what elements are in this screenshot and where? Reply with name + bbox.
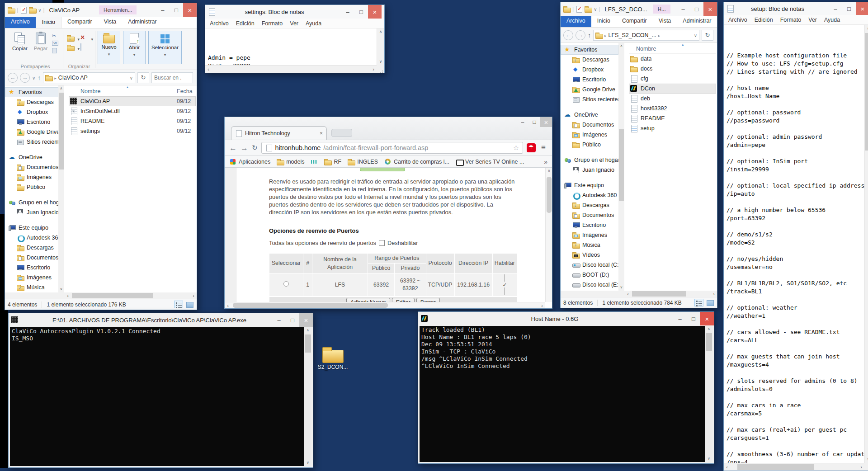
bookmark-item[interactable]: INGLES (348, 158, 378, 165)
sidebar-item[interactable]: Disco local (C:) (561, 260, 618, 270)
file-row[interactable]: README (629, 113, 716, 123)
scroll-right-icon[interactable] (190, 292, 197, 299)
menu-item[interactable]: Edición (236, 20, 255, 27)
copy-button[interactable]: Copiar (9, 31, 30, 53)
browser-tab[interactable]: Hitron Technology (231, 126, 327, 140)
address-box[interactable]: LFS_S2_DCON_... (593, 30, 699, 41)
bookmark-item[interactable]: Ver Series TV Online ... (456, 158, 524, 165)
sidebar-item[interactable]: Escritorio (5, 117, 58, 127)
minimize-button[interactable] (156, 3, 170, 17)
sidebar-item[interactable]: Autodesk 360 (5, 233, 58, 243)
horizontal-scrollbar[interactable] (724, 463, 864, 471)
sidebar-item[interactable]: Documentos (5, 253, 58, 263)
properties-icon[interactable] (20, 6, 27, 14)
scrollbar-thumb[interactable] (632, 291, 686, 297)
column-nombre[interactable]: Nombre (69, 88, 100, 94)
delete-button[interactable] (80, 34, 90, 41)
copy-path-icon[interactable]: W (52, 41, 58, 46)
scroll-left-icon[interactable] (225, 302, 231, 308)
sidebar-item[interactable]: Documentos (561, 120, 618, 130)
menu-item[interactable]: Archivo (210, 20, 229, 27)
sidebar-item[interactable]: Juan Ignacio (5, 207, 58, 217)
sidebar-item[interactable]: Google Drive (561, 85, 618, 94)
sidebar-scrollbar[interactable] (618, 43, 624, 291)
menu-item[interactable]: Ver (290, 20, 298, 27)
page-vertical-scrollbar[interactable] (545, 168, 552, 302)
back-button[interactable] (229, 144, 237, 152)
file-row[interactable]: DCon (629, 84, 716, 94)
scrollbar-thumb[interactable] (737, 464, 814, 470)
sidebar-item[interactable]: Favoritos (561, 45, 618, 55)
minimize-button[interactable] (676, 2, 690, 16)
vertical-scrollbar[interactable] (864, 25, 868, 463)
paste-button[interactable]: Pegar (30, 31, 51, 53)
scrollbar-thumb[interactable] (547, 177, 552, 213)
scroll-right-icon[interactable] (539, 302, 545, 308)
scroll-up-icon[interactable] (618, 43, 624, 49)
sidebar-item[interactable]: Dropbox (561, 65, 618, 75)
scroll-right-icon[interactable] (711, 291, 717, 297)
sidebar-item[interactable]: BOOT (D:) (561, 270, 618, 280)
scroll-down-icon[interactable] (865, 456, 868, 463)
sidebar-item[interactable]: Público (5, 182, 58, 192)
maximize-button[interactable] (842, 2, 856, 15)
scroll-right-icon[interactable] (370, 66, 377, 73)
sidebar-item[interactable]: Google Drive (5, 127, 58, 137)
ribbon-tab[interactable]: Archivo (5, 17, 36, 28)
avira-extension-icon[interactable] (527, 143, 536, 152)
details-view-button[interactable] (174, 301, 183, 308)
maximize-button[interactable] (170, 3, 183, 17)
ribbon-tab[interactable]: Vista (653, 16, 677, 27)
search-input[interactable] (151, 72, 193, 83)
ribbon-tab[interactable]: Archivo (561, 16, 591, 27)
minimize-button[interactable] (272, 313, 286, 327)
back-button[interactable] (8, 73, 18, 83)
sidebar-item[interactable]: Juan Ignacio (561, 165, 618, 175)
close-button[interactable] (540, 117, 552, 127)
scrollbar-thumb[interactable] (233, 303, 388, 308)
menu-item[interactable]: Ayuda (824, 17, 840, 23)
sidebar-item[interactable]: Autodesk 360 (561, 190, 618, 200)
thumbnail-view-button[interactable] (705, 299, 714, 306)
tab-close-icon[interactable] (320, 130, 323, 137)
scroll-right-icon[interactable] (858, 463, 864, 471)
resize-grip[interactable] (864, 463, 868, 471)
column-fecha[interactable]: Fecha (177, 88, 196, 94)
move-to-button[interactable] (67, 34, 76, 41)
scroll-left-icon[interactable] (65, 292, 71, 299)
recent-locations-icon[interactable] (32, 75, 35, 81)
rename-button[interactable] (80, 44, 90, 51)
scroll-down-icon[interactable] (304, 460, 311, 466)
maximize-button[interactable] (286, 313, 299, 327)
ribbon-tab[interactable]: Administrar (677, 16, 717, 27)
horizontal-scrollbar[interactable] (205, 65, 377, 73)
sidebar-item[interactable]: Este equipo (561, 180, 618, 190)
scroll-left-icon[interactable] (205, 66, 212, 73)
sidebar-item[interactable]: Dropbox (5, 107, 58, 117)
scrollbar-thumb[interactable] (72, 293, 153, 298)
reload-button[interactable] (252, 144, 258, 152)
up-button[interactable] (38, 74, 41, 81)
address-dropdown-icon[interactable] (694, 32, 697, 38)
scroll-up-icon[interactable] (304, 327, 311, 334)
sidebar-item[interactable]: Grupo en el hogar (5, 198, 58, 207)
disable-checkbox[interactable] (379, 240, 385, 246)
sidebar-item[interactable]: Imágenes (561, 130, 618, 140)
scrollbar-thumb[interactable] (706, 333, 712, 351)
sidebar-scrollbar[interactable] (58, 85, 64, 292)
scroll-left-icon[interactable] (625, 291, 631, 297)
sidebar-item[interactable]: Descargas (561, 200, 618, 210)
text-area[interactable]: Admin = pepePort = 29999IP = 127.0.0.1 (205, 28, 377, 65)
address-omnibox[interactable]: hitronhub.home /admin/feat-firewall-port… (261, 142, 524, 154)
forward-button[interactable] (576, 30, 585, 40)
scroll-left-icon[interactable] (724, 463, 730, 471)
select-button[interactable]: Seleccionar (148, 31, 182, 64)
maximize-button[interactable] (354, 5, 368, 19)
vertical-scrollbar[interactable] (377, 28, 384, 65)
sidebar-item[interactable]: Música (5, 283, 58, 292)
maximize-button[interactable] (687, 312, 700, 325)
bookmark-item[interactable]: Aplicaciones (229, 158, 270, 165)
menu-item[interactable]: Formato (780, 17, 802, 23)
sidebar-item[interactable]: Grupo en el hogar (561, 155, 618, 165)
paste-shortcut-icon[interactable] (52, 48, 57, 53)
